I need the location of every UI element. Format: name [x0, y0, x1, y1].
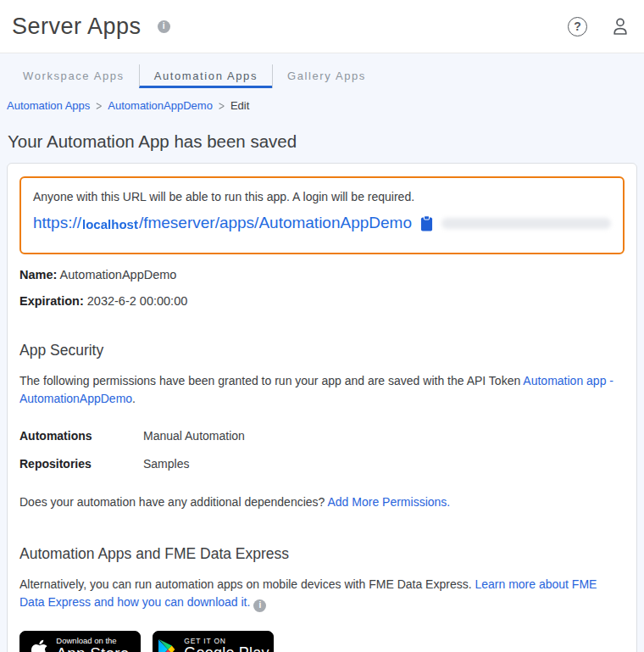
tab-automation-apps[interactable]: Automation Apps [139, 64, 272, 88]
tab-gallery-apps[interactable]: Gallery Apps [272, 64, 380, 88]
app-security-heading: App Security [19, 342, 625, 359]
url-path[interactable]: /fmeserver/apps/AutomationAppDemo [139, 214, 412, 232]
breadcrumb-automation-apps[interactable]: Automation Apps [7, 99, 90, 112]
expiration-label: Expiration: [19, 294, 84, 308]
clipboard-copy-icon [420, 215, 433, 231]
url-scheme[interactable]: https:// [33, 214, 81, 232]
apps-tab-bar: Workspace Apps Automation Apps Gallery A… [8, 64, 644, 88]
breadcrumb-edit: Edit [230, 99, 249, 112]
app-store-badge[interactable]: Download on the App Store [19, 631, 141, 652]
help-icon[interactable]: ? [568, 17, 587, 36]
dependencies-text: Does your automation have any additional… [19, 495, 327, 509]
breadcrumb-separator-icon: > [96, 98, 102, 114]
permissions-table: Automations Manual Automation Repositori… [19, 429, 625, 471]
store-badges: Download on the App Store [19, 631, 625, 652]
name-label: Name: [19, 268, 57, 281]
app-saved-card: Anyone with this URL will be able to run… [7, 163, 637, 652]
tab-workspace-apps[interactable]: Workspace Apps [8, 64, 139, 88]
security-description-text: The following permissions have been gran… [19, 374, 523, 387]
data-express-paragraph: Alternatively, you can run automation ap… [19, 576, 625, 611]
repositories-label: Repositories [19, 457, 143, 471]
security-description: The following permissions have been gran… [19, 372, 625, 408]
table-row: Automations Manual Automation [19, 429, 625, 443]
url-redaction-smudge [441, 218, 611, 229]
breadcrumb-app-name[interactable]: AutomationAppDemo [108, 99, 213, 112]
copy-url-button[interactable] [420, 215, 433, 231]
dependencies-line: Does your automation have any additional… [19, 493, 625, 511]
name-value: AutomationAppDemo [60, 268, 177, 281]
security-description-end: . [132, 392, 136, 405]
automations-value: Manual Automation [143, 429, 245, 443]
google-play-badge[interactable]: GET IT ON Google Play [153, 631, 274, 652]
user-account-icon[interactable] [610, 16, 630, 37]
app-url-box: Anyone with this URL will be able to run… [19, 176, 625, 254]
google-play-badge-title: Google Play [184, 645, 269, 652]
repositories-value: Samples [143, 457, 189, 471]
breadcrumb-separator-icon: > [219, 98, 225, 114]
app-url: https:// localhost /fmeserver/apps/Autom… [33, 214, 611, 232]
saved-message-heading: Your Automation App has been saved [8, 131, 644, 152]
breadcrumb: Automation Apps > AutomationAppDemo > Ed… [7, 99, 644, 112]
url-note: Anyone with this URL will be able to run… [33, 190, 611, 203]
app-header: Server Apps i ? [0, 0, 644, 53]
app-expiration-line: Expiration: 2032-6-2 00:00:00 [19, 294, 625, 308]
page-title: Server Apps [12, 14, 142, 40]
automations-label: Automations [19, 429, 143, 443]
add-more-permissions-link[interactable]: Add More Permissions. [327, 495, 450, 509]
expiration-value: 2032-6-2 00:00:00 [87, 294, 188, 308]
google-play-logo-icon [157, 638, 176, 652]
app-details: Name: AutomationAppDemo Expiration: 2032… [19, 268, 625, 308]
url-host-redacted[interactable]: localhost [82, 215, 138, 231]
table-row: Repositories Samples [19, 457, 625, 471]
app-name-line: Name: AutomationAppDemo [19, 268, 625, 281]
data-express-heading: Automation Apps and FME Data Express [19, 545, 625, 563]
data-express-info-icon[interactable]: i [253, 599, 266, 612]
app-store-badge-title: App Store [56, 645, 129, 652]
apple-logo-icon [31, 638, 48, 652]
data-express-text: Alternatively, you can run automation ap… [19, 577, 475, 591]
title-info-icon[interactable]: i [158, 20, 170, 33]
